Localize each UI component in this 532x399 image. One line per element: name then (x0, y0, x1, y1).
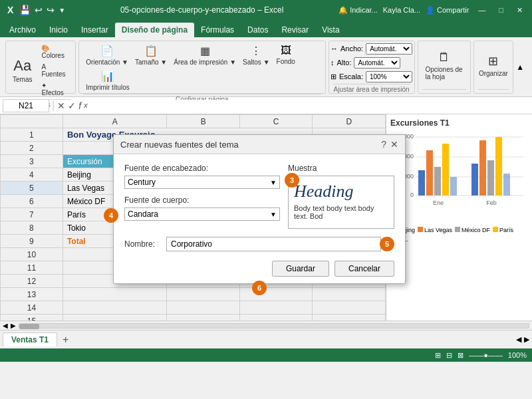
opciones-group-label (422, 89, 466, 91)
page-next[interactable]: ▶ (524, 335, 529, 344)
ajustar-content: ↔ Ancho: Automát. ↕ Alto: Automát. ⊞ Esc… (331, 43, 412, 82)
efectos-btn[interactable]: ✦ Efectos (37, 80, 71, 98)
header-font-dropdown-icon: ▼ (270, 179, 277, 186)
formula-input[interactable] (90, 100, 529, 112)
temas-icon: Aa (13, 57, 31, 74)
sheet-tabs-bar: Ventas T1 + ◀ ▶ (0, 330, 532, 348)
maximize-btn[interactable]: □ (495, 5, 507, 15)
zoom-slider[interactable]: ——●—— (469, 351, 503, 359)
excel-icon: X (5, 4, 15, 16)
redo-icon[interactable]: ↪ (47, 5, 55, 15)
ancho-icon: ↔ (331, 45, 338, 53)
body-font-select-wrapper[interactable]: Candara ▼ 4 (124, 207, 280, 221)
alto-label: Alto: (336, 59, 351, 66)
formula-confirm[interactable]: ✓ (68, 100, 76, 111)
scroll-right-btn[interactable]: ▶ (11, 322, 16, 329)
orientacion-btn[interactable]: 📄 Orientación ▼ (83, 43, 131, 67)
tab-datos[interactable]: Datos (241, 23, 275, 37)
h-scrollbar-thumb[interactable] (19, 324, 39, 329)
share-btn[interactable]: 👤 Compartir (426, 6, 469, 15)
temas-label: Temas (13, 76, 32, 83)
tab-revisar[interactable]: Revisar (275, 23, 315, 37)
scroll-left-btn[interactable]: ◀ (3, 322, 8, 329)
header-font-value: Century (128, 178, 269, 187)
page-nav: ◀ ▶ (516, 335, 529, 344)
tab-archivo[interactable]: Archivo (3, 23, 43, 37)
tab-disenio[interactable]: Diseño de página (115, 23, 194, 37)
orientacion-label: Orientación ▼ (86, 59, 128, 66)
ribbon-collapse[interactable]: ▲ (516, 63, 527, 72)
opciones-label: Opciones dela hoja (425, 66, 462, 80)
title-bar-left: X 💾 ↩ ↪ ▼ (5, 4, 65, 16)
add-sheet-btn[interactable]: + (59, 334, 72, 346)
fuentes-btn[interactable]: A Fuentes (37, 62, 71, 79)
organizar-btn[interactable]: ⊞ Organizar (476, 53, 511, 78)
tamanio-label: Tamaño ▼ (135, 59, 167, 66)
formula-cancel[interactable]: ✕ (57, 100, 65, 111)
ancho-row: ↔ Ancho: Automát. (331, 43, 412, 55)
fondo-btn[interactable]: 🖼 Fondo (274, 43, 298, 66)
tab-vista[interactable]: Vista (315, 23, 346, 37)
tamanio-btn[interactable]: 📋 Tamaño ▼ (132, 43, 170, 67)
save-icon[interactable]: 💾 (19, 5, 31, 15)
imprimir-label: Imprimir títulos (86, 84, 130, 91)
dialog-title: Crear nuevas fuentes del tema (120, 140, 239, 150)
escala-row: ⊞ Escala: 100% (331, 71, 412, 82)
alto-icon: ↕ (331, 59, 334, 66)
alto-row: ↕ Alto: Automát. (331, 57, 401, 68)
dialog-fonts-row: Fuente de encabezado: Century ▼ 3 Fuente… (124, 164, 394, 229)
name-input[interactable] (166, 237, 381, 251)
ribbon-group-ajustar: ↔ Ancho: Automát. ↕ Alto: Automát. ⊞ Esc… (329, 41, 415, 94)
opciones-hoja-btn[interactable]: 🗒 Opciones dela hoja (422, 49, 465, 82)
user-name[interactable]: Kayla Cla... (383, 6, 420, 14)
step-5-circle: 5 (380, 237, 394, 251)
view-normal-icon[interactable]: ⊞ (435, 351, 441, 360)
minimize-btn[interactable]: — (474, 5, 489, 15)
ribbon-group-organizar: ⊞ Organizar (473, 41, 514, 94)
view-layout-icon[interactable]: ⊟ (446, 351, 452, 360)
saltos-label: Saltos ▼ (243, 59, 269, 66)
temas-btn[interactable]: Aa Temas (10, 56, 35, 84)
formula-divider: | (52, 100, 55, 112)
dialog-question-btn[interactable]: ? (381, 139, 386, 150)
imprimir-btn[interactable]: 📊 Imprimir títulos (83, 68, 132, 92)
dialog: Crear nuevas fuentes del tema ? ✕ Fuente… (113, 134, 406, 284)
save-button[interactable]: Guardar (272, 261, 329, 277)
body-font-dropdown-icon: ▼ (270, 211, 277, 218)
colores-btn[interactable]: 🎨 Colores (37, 43, 71, 61)
dialog-title-bar: Crear nuevas fuentes del tema ? ✕ (114, 135, 405, 154)
h-scrollbar[interactable] (19, 323, 529, 329)
formula-fx[interactable]: fx (78, 100, 88, 111)
orientacion-icon: 📄 (100, 45, 114, 57)
page-prev[interactable]: ◀ (516, 335, 521, 344)
dialog-close-btn[interactable]: ✕ (390, 139, 398, 150)
ribbon-group-temas: Aa Temas 🎨 Colores A Fuentes ✦ Efectos T… (5, 41, 76, 94)
saltos-btn[interactable]: ⋮ Saltos ▼ (240, 43, 272, 67)
ribbon-tabs: Archivo Inicio Insertar Diseño de página… (0, 20, 532, 37)
close-btn[interactable]: ✕ (513, 5, 527, 16)
area-impresion-btn[interactable]: ▦ Área de impresión ▼ (171, 43, 239, 67)
tab-insertar[interactable]: Insertar (74, 23, 115, 37)
view-pagebreak-icon[interactable]: ⊠ (458, 351, 464, 360)
status-right: ⊞ ⊟ ⊠ ——●—— 100% (435, 351, 527, 360)
fondo-label: Fondo (277, 58, 295, 65)
ribbon: Aa Temas 🎨 Colores A Fuentes ✦ Efectos T… (0, 37, 532, 97)
cancel-button[interactable]: Cancelar (334, 261, 394, 277)
dialog-overlay: Crear nuevas fuentes del tema ? ✕ Fuente… (0, 114, 532, 321)
quick-access-more[interactable]: ▼ (59, 7, 65, 14)
cell-ref-input[interactable]: N21 (3, 99, 49, 112)
fondo-icon: 🖼 (281, 45, 291, 57)
escala-icon: ⊞ (331, 72, 336, 81)
ancho-select[interactable]: Automát. (366, 43, 412, 55)
indicator-btn[interactable]: 🔔 Indicar... (338, 6, 378, 15)
opciones-icon: 🗒 (438, 51, 450, 65)
alto-select[interactable]: Automát. (354, 57, 400, 68)
sheet-tab-ventas[interactable]: Ventas T1 (3, 332, 57, 346)
header-font-select-wrapper[interactable]: Century ▼ 3 (124, 176, 280, 189)
tab-inicio[interactable]: Inicio (43, 23, 74, 37)
organizar-content: ⊞ Organizar (476, 43, 511, 88)
escala-select[interactable]: 100% (366, 71, 412, 82)
area-icon: ▦ (200, 45, 210, 57)
tab-formulas[interactable]: Fórmulas (194, 23, 241, 37)
undo-icon[interactable]: ↩ (35, 5, 43, 15)
